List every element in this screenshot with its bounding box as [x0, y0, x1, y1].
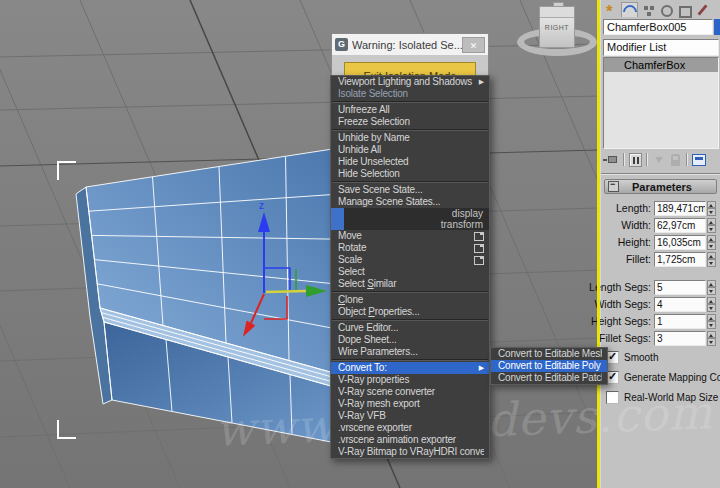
toolbar-divider: [686, 153, 688, 166]
menu-item-freeze-selection[interactable]: Freeze Selection: [331, 116, 489, 128]
checkbox-real-world-map-size[interactable]: [606, 391, 619, 404]
menu-item-clone[interactable]: Clone: [331, 294, 489, 306]
menu-item-hide-selection[interactable]: Hide Selection: [331, 168, 489, 180]
modifier-stack[interactable]: ChamferBox: [603, 57, 719, 149]
menu-separator: [332, 319, 488, 321]
modifier-list-dropdown[interactable]: Modifier List: [603, 39, 719, 56]
param-row-length-segs: Length Segs:5: [601, 280, 718, 294]
menu-item-label: Hide Unselected: [338, 156, 484, 168]
spinner: [707, 297, 716, 312]
utilities-tab-icon[interactable]: [695, 3, 710, 17]
menu-item-label: Clone: [338, 294, 484, 306]
menu-item-v-ray-properties[interactable]: V-Ray properties: [331, 374, 489, 386]
menu-item-label: V-Ray VFB: [338, 410, 484, 422]
menu-item-unhide-by-name[interactable]: Unhide by Name: [331, 132, 489, 144]
param-label: Length:: [616, 202, 651, 214]
menu-item-label: Unfreeze All: [338, 104, 484, 116]
param-field-fillet-segs[interactable]: 3: [654, 331, 706, 346]
menu-item-viewport-lighting-and-shadows[interactable]: Viewport Lighting and Shadows▶: [331, 76, 489, 88]
parameters-rollout-header[interactable]: Parameters: [604, 179, 717, 194]
menu-separator: [332, 359, 488, 361]
submenu-item-convert-to-editable-mesh[interactable]: Convert to Editable Mesh: [491, 348, 607, 360]
spinner-down-icon[interactable]: [707, 321, 716, 329]
param-field-width-segs[interactable]: 4: [654, 297, 706, 312]
pin-stack-icon[interactable]: [606, 152, 619, 167]
viewcube[interactable]: RIGHT: [512, 2, 604, 66]
param-row-height-segs: Height Segs:1: [601, 314, 718, 328]
settings-box-icon[interactable]: [474, 244, 484, 253]
close-icon[interactable]: ✕: [462, 37, 485, 53]
object-color-chip[interactable]: [714, 19, 720, 35]
object-name-field[interactable]: ChamferBox005: [603, 19, 713, 35]
menu-item-wire-parameters[interactable]: Wire Parameters...: [331, 346, 489, 358]
menu-item-hide-unselected[interactable]: Hide Unselected: [331, 156, 489, 168]
spinner-up-icon[interactable]: [707, 235, 716, 243]
submenu-item-convert-to-editable-patch[interactable]: Convert to Editable Patch: [491, 372, 607, 384]
create-tab-icon[interactable]: [603, 3, 618, 17]
spinner-up-icon[interactable]: [707, 297, 716, 305]
menu-item-curve-editor[interactable]: Curve Editor...: [331, 322, 489, 334]
menu-item-unfreeze-all[interactable]: Unfreeze All: [331, 104, 489, 116]
spinner-up-icon[interactable]: [707, 314, 716, 322]
perspective-viewport[interactable]: z: [0, 0, 599, 488]
spinner-up-icon[interactable]: [707, 280, 716, 288]
quad-section-display: display: [331, 208, 489, 219]
menu-item-move[interactable]: Move: [331, 230, 489, 242]
menu-item-vrscene-exporter[interactable]: .vrscene exporter: [331, 422, 489, 434]
param-field-height[interactable]: 16,035cm: [654, 235, 706, 250]
modify-tab-icon[interactable]: [621, 2, 638, 17]
menu-item-v-ray-bitmap-to-vrayhdri-converter[interactable]: V-Ray Bitmap to VRayHDRI converter: [331, 446, 489, 458]
settings-box-icon[interactable]: [474, 232, 484, 241]
menu-item-scale[interactable]: Scale: [331, 254, 489, 266]
menu-item-manage-scene-states[interactable]: Manage Scene States...: [331, 196, 489, 208]
spinner-up-icon[interactable]: [707, 252, 716, 260]
show-end-result-icon[interactable]: [629, 153, 642, 167]
menu-item-vrscene-animation-exporter[interactable]: .vrscene animation exporter: [331, 434, 489, 446]
display-tab-icon[interactable]: [677, 3, 692, 17]
param-field-height-segs[interactable]: 1: [654, 314, 706, 329]
menu-item-label: V-Ray Bitmap to VRayHDRI converter: [338, 446, 484, 458]
spinner-down-icon[interactable]: [707, 304, 716, 312]
menu-item-unhide-all[interactable]: Unhide All: [331, 144, 489, 156]
hierarchy-tab-icon[interactable]: [641, 3, 656, 17]
settings-box-icon[interactable]: [474, 256, 484, 265]
spinner-up-icon[interactable]: [707, 201, 716, 209]
spinner-down-icon[interactable]: [707, 287, 716, 295]
param-label: Fillet:: [626, 253, 651, 265]
viewcube-cube[interactable]: RIGHT: [539, 6, 575, 48]
param-field-length-segs[interactable]: 5: [654, 280, 706, 295]
menu-item-select[interactable]: Select: [331, 266, 489, 278]
quad-corner-marker: [331, 208, 344, 219]
spinner-down-icon[interactable]: [707, 338, 716, 346]
menu-item-rotate[interactable]: Rotate: [331, 242, 489, 254]
spinner-down-icon[interactable]: [707, 208, 716, 216]
param-field-length[interactable]: 189,471cm: [654, 201, 706, 216]
spinner-down-icon[interactable]: [707, 242, 716, 250]
menu-item-v-ray-scene-converter[interactable]: V-Ray scene converter: [331, 386, 489, 398]
menu-item-object-properties[interactable]: Object Properties...: [331, 306, 489, 318]
gizmo-y-axis-highlighted[interactable]: [266, 291, 306, 292]
stack-item-chamferbox[interactable]: ChamferBox: [604, 58, 718, 72]
motion-tab-icon[interactable]: [659, 3, 674, 17]
spinner-down-icon[interactable]: [707, 225, 716, 233]
spinner-up-icon[interactable]: [707, 331, 716, 339]
collapse-minus-icon[interactable]: [608, 181, 619, 192]
menu-item-dope-sheet[interactable]: Dope Sheet...: [331, 334, 489, 346]
configure-modifier-sets-icon[interactable]: [692, 154, 706, 166]
menu-item-convert-to[interactable]: Convert To:▶: [331, 362, 489, 374]
menu-item-select-similar[interactable]: Select Similar: [331, 278, 489, 290]
menu-item-v-ray-mesh-export[interactable]: V-Ray mesh export: [331, 398, 489, 410]
menu-item-save-scene-state[interactable]: Save Scene State...: [331, 184, 489, 196]
submenu-arrow-icon: ▶: [479, 362, 484, 374]
submenu-item-convert-to-editable-poly[interactable]: Convert to Editable Poly: [491, 360, 607, 372]
spinner-up-icon[interactable]: [707, 218, 716, 226]
param-field-width[interactable]: 62,97cm: [654, 218, 706, 233]
chamferbox-object[interactable]: [76, 146, 352, 446]
make-unique-icon: [652, 152, 665, 167]
spinner-down-icon[interactable]: [707, 259, 716, 267]
param-field-fillet[interactable]: 1,725cm: [654, 252, 706, 267]
menu-item-v-ray-vfb[interactable]: V-Ray VFB: [331, 410, 489, 422]
menu-item-label: .vrscene animation exporter: [338, 434, 484, 446]
menu-item-isolate-selection[interactable]: Isolate Selection: [331, 88, 489, 100]
dialog-titlebar[interactable]: G Warning: Isolated Se... ✕: [332, 34, 488, 55]
